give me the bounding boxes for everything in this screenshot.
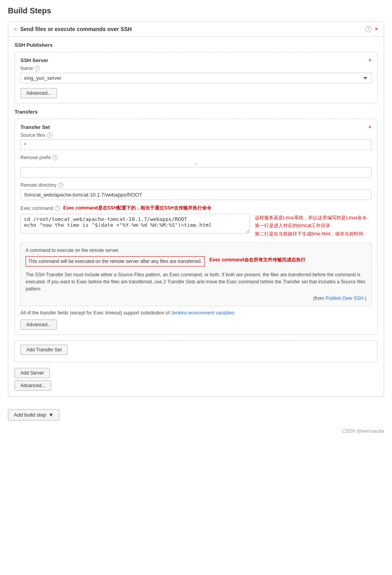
info-text-1: A command to execute on the remote serve…	[26, 247, 366, 254]
exec-command-textarea[interactable]: cd /root/tomcat_web/apache-tomcat-10.1.7…	[20, 214, 250, 233]
drag-icon: ≡	[14, 26, 17, 32]
help-icon-ssh[interactable]: ?	[365, 26, 372, 32]
transfers-label: Transfers	[15, 109, 377, 115]
add-build-step-button[interactable]: Add build step ▼	[8, 409, 59, 421]
close-button-server[interactable]: ×	[368, 57, 372, 63]
card-header: ≡ Send files or execute commands over SS…	[8, 22, 384, 37]
close-button-transfer-set[interactable]: ×	[368, 124, 372, 130]
help-icon-source[interactable]: ?	[47, 132, 52, 138]
help-icon-name[interactable]: ?	[35, 66, 40, 71]
help-icon-exec[interactable]: ?	[55, 206, 60, 211]
transfer-set-card: Transfer Set × Source files ? Remove pre…	[15, 119, 377, 335]
exec-command-label: Exec command ?	[20, 206, 60, 211]
remove-prefix-input[interactable]	[20, 167, 372, 178]
help-icon-remote-dir[interactable]: ?	[58, 182, 63, 188]
advanced-button-3[interactable]: Advanced...	[15, 380, 51, 391]
ssh-server-header: SSH Server ×	[20, 57, 372, 63]
publish-over-ssh-link[interactable]: Publish Over SSH	[326, 296, 364, 301]
add-transfer-set-section: Add Transfer Set	[15, 340, 377, 362]
build-step-card: ≡ Send files or execute commands over SS…	[8, 22, 384, 397]
exec-command-annotation: Exec command是在SSH配置下的，相当于通过SSH去传输并执行命令	[63, 205, 212, 211]
info-highlight: This command will be executed on the rem…	[26, 256, 205, 266]
exec-command-field: Exec command ? Exec command是在SSH配置下的，相当于…	[20, 205, 372, 238]
ssh-server-card: SSH Server × Name ? xing_yun_server Adva…	[15, 52, 377, 103]
server-name-select[interactable]: xing_yun_server	[20, 73, 372, 83]
add-server-button[interactable]: Add Server	[15, 368, 50, 378]
add-transfer-set-container: Add Transfer Set	[15, 340, 377, 362]
remove-prefix-field: Remove prefix ? •	[20, 155, 372, 178]
transfer-set-title: Transfer Set	[20, 124, 50, 130]
source-files-input[interactable]	[20, 140, 372, 150]
env-vars-row: All of the transfer fields (except for E…	[20, 310, 372, 316]
ssh-publishers-label: SSH Publishers	[15, 42, 377, 48]
ssh-server-title: SSH Server	[20, 57, 48, 63]
remote-directory-input[interactable]	[20, 189, 372, 200]
source-files-label: Source files ?	[20, 132, 372, 138]
add-transfer-set-button[interactable]: Add Transfer Set	[20, 345, 68, 355]
page-title: Build Steps	[8, 6, 384, 15]
remove-prefix-label: Remove prefix ?	[20, 155, 372, 160]
server-name-label: Name ?	[20, 66, 372, 71]
remote-directory-field: Remote directory ?	[20, 182, 372, 200]
exec-command-row: Exec command ? Exec command是在SSH配置下的，相当于…	[20, 205, 372, 211]
transfer-set-header: Transfer Set ×	[20, 124, 372, 130]
card-title: Send files or execute commands over SSH	[20, 26, 362, 32]
info-text-2: The SSH Transfer Set must include either…	[26, 271, 366, 292]
highlight-annotation: Exec command会在所有文件传输完成后执行	[210, 256, 306, 263]
bottom-buttons: Add Server Advanced...	[15, 368, 377, 391]
advanced-button-1[interactable]: Advanced...	[20, 88, 57, 98]
add-build-step-arrow: ▼	[48, 412, 53, 418]
footer: CSDN @wenxiaoba	[8, 428, 384, 434]
dot-indicator: •	[20, 162, 372, 166]
card-body: SSH Publishers SSH Server × Name ? xing_…	[8, 37, 384, 396]
advanced-button-2[interactable]: Advanced...	[20, 320, 57, 330]
source-files-field: Source files ?	[20, 132, 372, 150]
help-icon-prefix[interactable]: ?	[52, 155, 58, 160]
exec-command-side-annotation: 远程服务器是Linux系统，所以这里编写的是Linux命令。 第一行是进入对应的…	[255, 214, 372, 238]
jenkins-env-vars-link[interactable]: Jenkins environment variables	[171, 310, 234, 316]
server-name-field: Name ? xing_yun_server	[20, 66, 372, 83]
remote-directory-label: Remote directory ?	[20, 182, 372, 188]
exec-command-with-annotation: cd /root/tomcat_web/apache-tomcat-10.1.7…	[20, 214, 372, 238]
close-button-ssh[interactable]: ×	[375, 26, 378, 32]
from-link-row: (from Publish Over SSH )	[26, 295, 366, 302]
add-build-step-label: Add build step	[14, 412, 46, 418]
info-box: A command to execute on the remote serve…	[20, 242, 372, 306]
